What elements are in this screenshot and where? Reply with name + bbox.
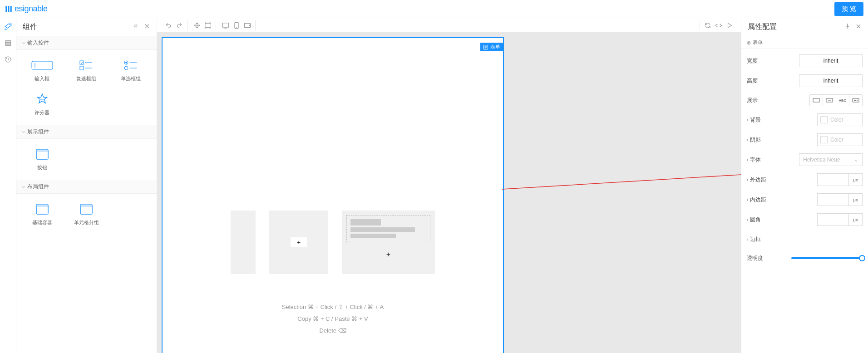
prop-shadow-color[interactable]: Color	[817, 133, 863, 146]
prop-margin-label[interactable]: ›外边距	[747, 176, 788, 184]
close-icon[interactable]	[144, 23, 150, 31]
svg-rect-36	[813, 98, 819, 102]
redo-button[interactable]	[174, 21, 184, 30]
display-seg-inline-block[interactable]	[823, 94, 836, 106]
preview-button[interactable]: 预 览	[834, 2, 863, 16]
prop-width-label: 宽度	[747, 57, 788, 65]
chevron-down-icon	[22, 130, 25, 134]
code-icon[interactable]	[714, 21, 724, 30]
svg-rect-25	[222, 23, 228, 27]
svg-rect-1	[5, 43, 11, 44]
move-tool-icon[interactable]	[192, 21, 202, 30]
layers-rail-icon[interactable]	[4, 39, 12, 47]
component-basic-container[interactable]: 基础容器	[20, 197, 64, 231]
chevron-down-icon	[22, 41, 25, 45]
component-cell-group[interactable]: 单元格分组	[64, 197, 109, 231]
demo-block-narrow[interactable]	[231, 211, 256, 274]
chevron-right-icon: ›	[747, 177, 748, 182]
section-input-controls[interactable]: 输入控件	[16, 36, 157, 50]
selection-tag: 表单	[480, 43, 503, 51]
prop-opacity-slider[interactable]	[791, 257, 863, 259]
demo-block-add[interactable]: +	[269, 211, 328, 274]
component-button[interactable]: 按钮	[20, 142, 64, 176]
prop-background-label[interactable]: ›背景	[747, 116, 788, 124]
prop-radius-label[interactable]: ›圆角	[747, 216, 788, 224]
placeholder-line	[350, 219, 381, 226]
svg-line-35	[502, 167, 741, 189]
left-rail	[0, 18, 16, 353]
svg-rect-24	[206, 23, 210, 27]
device-mobile-icon[interactable]	[232, 21, 242, 30]
pin-icon[interactable]	[133, 23, 139, 31]
svg-rect-19	[36, 204, 48, 207]
display-seg-inline[interactable]: ABC	[836, 94, 849, 106]
component-input[interactable]: 输入框	[20, 54, 64, 88]
svg-rect-2	[5, 44, 11, 46]
device-tablet-icon[interactable]	[242, 21, 252, 30]
svg-point-41	[855, 100, 856, 100]
undo-button[interactable]	[163, 21, 173, 30]
chevron-right-icon: ›	[747, 118, 748, 123]
component-radio-group[interactable]: 单选框组	[108, 54, 153, 88]
prop-padding-input[interactable]: px	[817, 193, 863, 206]
prop-height-input[interactable]	[799, 74, 863, 87]
prop-padding-label[interactable]: ›内边距	[747, 196, 788, 204]
section-display-components[interactable]: 展示组件	[16, 125, 157, 139]
play-icon[interactable]	[725, 21, 735, 30]
placeholder-line	[350, 234, 396, 238]
svg-point-12	[124, 66, 128, 70]
prop-shadow-label[interactable]: ›阴影	[747, 136, 788, 144]
components-rail-icon[interactable]	[4, 23, 12, 31]
app-header: esignable 预 览	[0, 0, 868, 18]
breadcrumb[interactable]: ◎ 表单	[741, 36, 868, 49]
device-desktop-icon[interactable]	[221, 21, 231, 30]
logo-text: esignable	[15, 4, 48, 14]
canvas-area: 表单 + +	[157, 18, 741, 353]
svg-rect-7	[80, 66, 84, 70]
components-panel: 组件 输入控件 输入框 复选框组	[16, 18, 157, 353]
artboard-form[interactable]: 表单 + +	[162, 37, 504, 353]
prop-margin-input[interactable]: px	[817, 173, 863, 186]
display-seg-block[interactable]	[809, 94, 823, 106]
slider-thumb[interactable]	[859, 255, 865, 261]
prop-font-select[interactable]: Helvetica Neue⌄	[799, 153, 863, 166]
prop-radius-input[interactable]: px	[817, 213, 863, 226]
prop-height-label: 高度	[747, 77, 788, 85]
chevron-right-icon: ›	[747, 237, 748, 242]
refresh-icon[interactable]	[703, 21, 713, 30]
demo-block-form-preview[interactable]: +	[342, 211, 435, 274]
section-layout-components[interactable]: 布局组件	[16, 180, 157, 194]
chevron-right-icon: ›	[747, 157, 748, 162]
prop-border-label[interactable]: ›边框	[747, 235, 788, 243]
annotation-arrow	[502, 164, 741, 191]
form-icon	[483, 44, 488, 50]
properties-panel: 属性配置 ◎ 表单 宽度 高度 展示	[741, 18, 868, 353]
component-rater[interactable]: 评分器	[20, 88, 64, 122]
display-seg-more[interactable]	[849, 94, 863, 106]
prop-width-input[interactable]	[799, 54, 863, 67]
svg-point-42	[857, 100, 857, 100]
svg-rect-5	[80, 61, 84, 64]
prop-background-color[interactable]: Color	[817, 113, 863, 126]
chevron-right-icon: ›	[747, 197, 748, 202]
prop-font-label[interactable]: ›字体	[747, 156, 788, 164]
component-checkbox-group[interactable]: 复选框组	[64, 54, 109, 88]
prop-display-label: 展示	[747, 97, 788, 104]
close-icon[interactable]	[855, 23, 862, 31]
svg-rect-22	[80, 204, 92, 207]
pin-icon[interactable]	[844, 23, 851, 31]
prop-opacity-label: 透明度	[747, 255, 788, 262]
components-panel-title: 组件	[23, 22, 37, 32]
properties-panel-title: 属性配置	[748, 22, 777, 32]
svg-point-30	[249, 25, 250, 25]
plus-icon[interactable]: +	[386, 250, 390, 259]
target-icon: ◎	[747, 40, 751, 45]
bounds-tool-icon[interactable]	[203, 21, 213, 30]
logo: esignable	[5, 4, 48, 14]
history-rail-icon[interactable]	[4, 55, 12, 64]
chevron-right-icon: ›	[747, 137, 748, 142]
chevron-down-icon	[22, 185, 25, 189]
plus-icon[interactable]: +	[291, 237, 307, 247]
chevron-down-icon: ⌄	[854, 157, 858, 163]
canvas-toolbar	[157, 18, 741, 33]
